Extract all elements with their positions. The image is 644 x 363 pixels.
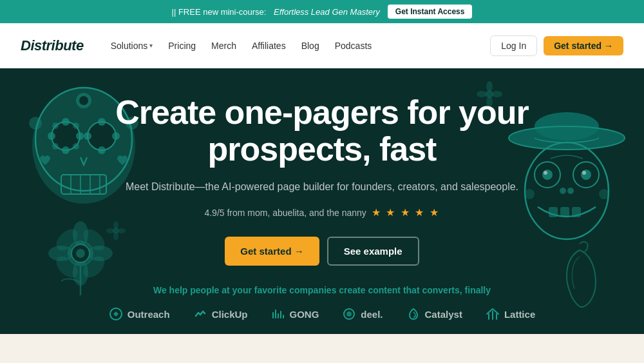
svg-point-28 — [525, 142, 609, 239]
hero-rating: 4.9/5 from mom, abuelita, and the nanny … — [113, 206, 531, 219]
outreach-icon — [109, 307, 123, 321]
svg-point-12 — [98, 118, 106, 126]
deel-label: deel. — [361, 309, 383, 320]
nav-link-merch[interactable]: Merch — [205, 37, 243, 55]
company-catalyst: Catalyst — [406, 307, 462, 321]
svg-point-36 — [567, 188, 574, 194]
social-proof-section: We help people at your favorite companie… — [13, 285, 631, 321]
hero-subtitle: Meet Distribute—the AI-powered page buil… — [113, 179, 531, 195]
nav-podcasts-label: Podcasts — [335, 41, 372, 51]
svg-point-7 — [76, 132, 84, 140]
svg-rect-39 — [572, 207, 581, 217]
bottom-strip — [0, 334, 644, 363]
rating-text: 4.9/5 from mom, abuelita, and the nanny — [204, 208, 366, 218]
hero-cta-primary-button[interactable]: Get started → — [225, 237, 319, 266]
clickup-icon — [193, 307, 207, 321]
nav-logo[interactable]: Distribute — [21, 37, 84, 54]
gong-icon — [270, 307, 285, 321]
hero-cta-secondary-button[interactable]: See example — [327, 237, 419, 266]
company-clickup: ClickUp — [193, 307, 248, 321]
company-logo-row: Outreach ClickUp GONG deel. — [39, 307, 605, 321]
lattice-label: Lattice — [504, 309, 535, 320]
svg-rect-38 — [560, 207, 569, 217]
banner-cta-button[interactable]: Get Instant Access — [388, 5, 473, 19]
catalyst-icon — [406, 307, 421, 321]
svg-point-55 — [486, 81, 493, 92]
banner-text: || FREE new mini-course: Effortless Lead… — [172, 7, 380, 17]
nav-affiliates-label: Affiliates — [252, 41, 286, 51]
svg-point-52 — [76, 249, 85, 258]
hero-title: Create one-pagers for your prospects, fa… — [113, 94, 531, 168]
nav-pricing-label: Pricing — [168, 41, 196, 51]
nav-links: Solutions ▾ Pricing Merch Affiliates Blo… — [104, 37, 491, 55]
get-started-button[interactable]: Get started → — [544, 36, 623, 55]
star-icons: ★ ★ ★ ★ ★ — [372, 206, 440, 219]
catalyst-label: Catalyst — [425, 309, 462, 320]
hero-buttons: Get started → See example — [113, 237, 531, 266]
company-deel: deel. — [342, 307, 383, 321]
svg-point-3 — [88, 122, 116, 150]
svg-point-14 — [84, 132, 91, 140]
chevron-down-icon: ▾ — [149, 42, 153, 49]
banner-prefix: || FREE new mini-course: — [172, 7, 267, 17]
navbar: Distribute Solutions ▾ Pricing Merch Aff… — [0, 23, 644, 68]
gong-label: GONG — [289, 309, 319, 320]
company-outreach: Outreach — [109, 307, 170, 321]
nav-link-pricing[interactable]: Pricing — [162, 37, 202, 55]
company-gong: GONG — [270, 307, 319, 321]
outreach-label: Outreach — [128, 309, 170, 320]
nav-merch-label: Merch — [211, 41, 236, 51]
top-banner: || FREE new mini-course: Effortless Lead… — [0, 0, 644, 23]
svg-point-10 — [52, 143, 59, 150]
nav-link-affiliates[interactable]: Affiliates — [245, 37, 292, 55]
nav-link-blog[interactable]: Blog — [295, 37, 326, 55]
svg-point-34 — [582, 171, 586, 175]
svg-point-33 — [544, 171, 547, 175]
svg-point-66 — [346, 311, 352, 317]
svg-point-22 — [79, 96, 88, 105]
nav-actions: Log In Get started → — [490, 35, 623, 56]
svg-point-8 — [52, 123, 59, 129]
hero-content: Create one-pagers for your prospects, fa… — [113, 94, 531, 285]
svg-point-11 — [73, 143, 79, 150]
svg-point-32 — [581, 170, 591, 180]
svg-point-35 — [560, 188, 566, 194]
nav-blog-label: Blog — [301, 41, 319, 51]
lattice-icon — [486, 307, 500, 321]
svg-point-23 — [29, 117, 42, 130]
svg-point-6 — [48, 132, 55, 140]
svg-point-5 — [62, 146, 70, 154]
svg-point-9 — [73, 123, 79, 129]
login-button[interactable]: Log In — [490, 35, 537, 56]
nav-link-solutions[interactable]: Solutions ▾ — [104, 37, 160, 55]
deel-icon — [342, 307, 356, 321]
svg-point-4 — [62, 118, 70, 126]
nav-link-podcasts[interactable]: Podcasts — [328, 37, 379, 55]
svg-point-41 — [599, 189, 609, 199]
nav-solutions-label: Solutions — [111, 41, 148, 51]
banner-course: Effortless Lead Gen Mastery — [274, 7, 380, 17]
svg-point-13 — [98, 146, 106, 154]
hero-section: Create one-pagers for your prospects, fa… — [0, 68, 644, 334]
company-lattice: Lattice — [486, 307, 535, 321]
svg-rect-37 — [549, 207, 558, 217]
svg-point-31 — [542, 170, 553, 180]
clickup-label: ClickUp — [212, 309, 248, 320]
social-proof-headline: We help people at your favorite companie… — [39, 285, 605, 295]
